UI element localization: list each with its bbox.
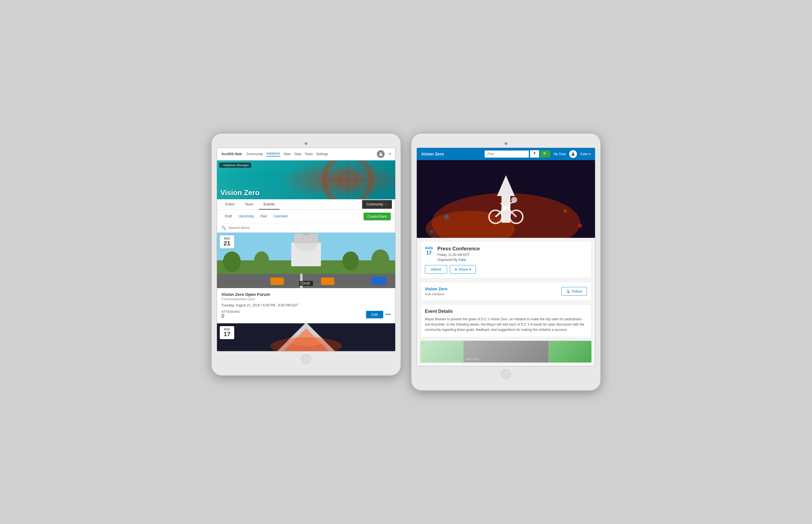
event1-actions: Edit ••• — [366, 311, 391, 318]
initiative-title: Vision Zero — [425, 286, 447, 291]
tab-team[interactable]: Team — [240, 199, 259, 210]
svg-point-41 — [511, 197, 517, 202]
svg-point-24 — [288, 334, 324, 346]
right-screen: Vision Zero 📍 🔍 My Data Katie ▾ — [416, 148, 595, 367]
event-image-1: AUG 21 Draft — [217, 233, 395, 288]
svg-point-43 — [564, 209, 567, 213]
follow-button[interactable]: 📡 Follow — [561, 287, 587, 296]
detail-date-block: Aug 17 — [425, 246, 433, 262]
event-details-text: Mayor Bowser to present the goals of D.C… — [425, 317, 587, 333]
more-options-button[interactable]: ••• — [385, 312, 391, 317]
map-segment-3 — [549, 341, 592, 362]
event-details-card: Event Details Mayor Bowser to present th… — [420, 304, 592, 338]
search-icon: 🔍 — [221, 226, 226, 230]
event-card-1: AUG 21 Draft Vision Zero Open Forum Comm… — [217, 233, 395, 323]
detail-event-time: Friday, 11:30 AM EDT — [437, 253, 587, 257]
nav-link-initiatives[interactable]: Initiatives — [266, 151, 280, 157]
svg-line-38 — [509, 203, 510, 208]
event1-info: Vision Zero Open Forum CommunityVision Z… — [217, 288, 395, 323]
nav-link-sites[interactable]: Sites — [284, 152, 291, 156]
create-event-button[interactable]: Create Event — [364, 213, 391, 220]
svg-rect-13 — [270, 278, 284, 285]
event-card-2: AUG 17 — [217, 323, 395, 351]
tab-editor[interactable]: Editor — [220, 199, 240, 210]
filter-canceled[interactable]: Canceled — [270, 213, 291, 220]
edit-button[interactable]: Edit — [366, 311, 383, 318]
left-screen: ArcGIS Hub Community Initiatives Sites D… — [217, 148, 395, 351]
map-segment-2: Hub G St NW — [463, 341, 549, 362]
left-camera — [305, 142, 308, 145]
event2-image: AUG 17 — [217, 323, 395, 351]
detail-month: Aug — [425, 246, 433, 250]
event1-time: Tuesday, August 21, 2018 • 6:00 PM - 8:0… — [221, 304, 391, 307]
search-input[interactable] — [228, 226, 391, 230]
event1-date-badge: AUG 21 — [220, 235, 234, 248]
share-button[interactable]: ➤ Share ▾ — [450, 265, 476, 274]
detail-date-row: Aug 17 Press Conference Friday, 11:30 AM… — [425, 246, 587, 262]
event2-date-badge: AUG 17 — [220, 326, 234, 339]
filter-past[interactable]: Past — [257, 213, 270, 220]
attend-button[interactable]: Attend — [425, 265, 447, 274]
attending-label: ATTENDING — [221, 310, 240, 313]
right-user-avatar[interactable] — [569, 150, 577, 158]
event-details-title: Event Details — [425, 309, 587, 314]
map-preview[interactable]: + Hub G St NW — [420, 341, 592, 363]
right-ipad: Vision Zero 📍 🔍 My Data Katie ▾ — [412, 134, 600, 391]
svg-point-42 — [444, 214, 449, 219]
detail-event-info: Press Conference Friday, 11:30 AM EDT Or… — [437, 246, 587, 262]
tab-buttons-group: Editor Team Events — [220, 199, 362, 210]
nav-link-team[interactable]: Team — [305, 152, 313, 156]
search-go-button[interactable]: 🔍 — [540, 150, 550, 157]
my-data-link[interactable]: My Data — [554, 152, 566, 156]
right-search-input[interactable] — [484, 150, 529, 158]
location-search-button[interactable]: 📍 — [530, 150, 539, 158]
right-top-nav: Vision Zero 📍 🔍 My Data Katie ▾ — [417, 148, 595, 160]
initiative-info: Vision Zero Hub Initiative — [425, 286, 447, 296]
svg-rect-14 — [321, 278, 334, 285]
right-hero-banner — [417, 160, 595, 238]
event1-draft-label: Draft — [299, 281, 313, 286]
event1-attending-row: ATTENDING 0 Edit ••• — [221, 310, 391, 319]
user-dropdown-icon[interactable]: ▾ — [389, 152, 391, 156]
event1-title: Vision Zero Open Forum — [221, 292, 391, 297]
event1-day: 21 — [222, 240, 231, 247]
filter-upcoming[interactable]: Upcoming — [235, 213, 257, 220]
right-user-name[interactable]: Katie ▾ — [580, 152, 591, 156]
left-top-nav: ArcGIS Hub Community Initiatives Sites D… — [217, 148, 395, 160]
nav-links: Community Initiatives Sites Data Team Se… — [246, 151, 372, 157]
svg-point-19 — [371, 249, 389, 270]
left-ipad: ArcGIS Hub Community Initiatives Sites D… — [212, 134, 400, 375]
svg-point-45 — [578, 224, 582, 228]
tab-events[interactable]: Events — [259, 199, 280, 210]
map-segment-1: + — [420, 341, 463, 362]
event2-day: 17 — [222, 331, 231, 338]
user-avatar[interactable] — [377, 150, 385, 158]
organizer-link[interactable]: Katie — [459, 258, 466, 262]
initiative-subtitle: Hub Initiative — [425, 292, 447, 296]
hero-banner: ‹ Initiatives Manager Vision Zero — [217, 160, 395, 199]
svg-rect-15 — [371, 277, 386, 285]
detail-event-title: Press Conference — [437, 246, 587, 252]
svg-point-17 — [254, 251, 269, 269]
nav-link-settings[interactable]: Settings — [316, 152, 328, 156]
filter-draft[interactable]: Draft — [221, 213, 235, 220]
nav-link-data[interactable]: Data — [294, 152, 301, 156]
search-wrapper: 📍 🔍 — [484, 150, 550, 158]
detail-organized-by: Organized By Katie — [437, 258, 587, 262]
attending-info: ATTENDING 0 — [221, 310, 240, 319]
community-button[interactable]: Community → — [362, 200, 392, 209]
svg-point-0 — [380, 152, 382, 154]
nav-link-community[interactable]: Community — [246, 152, 263, 156]
initiatives-manager-button[interactable]: ‹ Initiatives Manager — [219, 163, 251, 168]
left-home-button[interactable] — [301, 354, 311, 364]
right-camera — [504, 142, 507, 145]
initiative-card: Vision Zero Hub Initiative 📡 Follow — [420, 282, 592, 301]
filter-tabs-group: Draft Upcoming Past Canceled — [221, 213, 360, 220]
svg-point-16 — [223, 251, 241, 272]
right-home-button[interactable] — [501, 369, 511, 379]
detail-day: 17 — [425, 250, 433, 256]
right-content: Aug 17 Press Conference Friday, 11:30 AM… — [417, 238, 595, 366]
svg-point-18 — [343, 251, 359, 270]
search-bar: 🔍 — [217, 224, 395, 233]
main-tab-bar: Editor Team Events Community → — [217, 199, 395, 210]
